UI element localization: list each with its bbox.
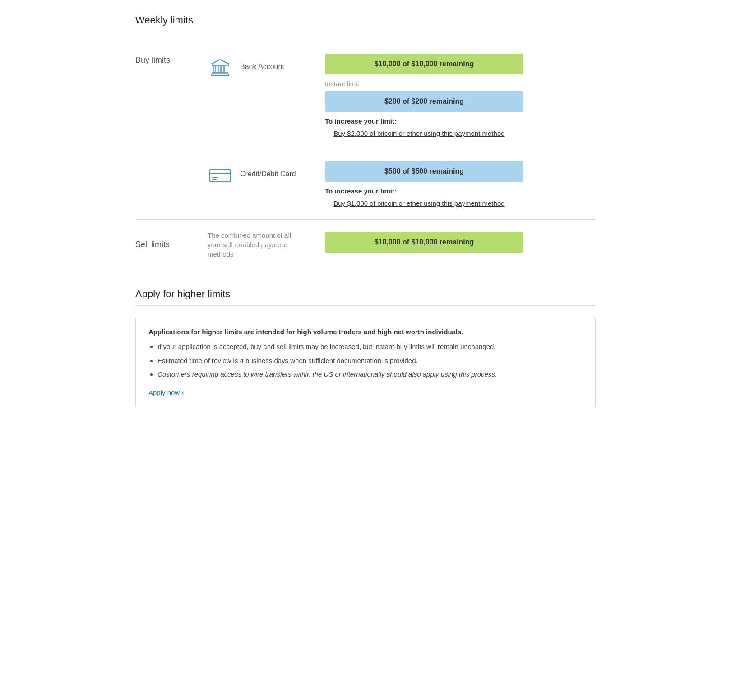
- bank-increase-title: To increase your limit:: [325, 117, 596, 125]
- apply-info-title: Applications for higher limits are inten…: [148, 328, 583, 336]
- buy-limits-card-row: Credit/Debit Card $500 of $500 remaining…: [135, 150, 596, 220]
- card-bar: $500 of $500 remaining: [325, 161, 523, 182]
- apply-section-title: Apply for higher limits: [135, 288, 596, 300]
- bank-account-icon: [208, 55, 233, 81]
- card-amounts: $500 of $500 remaining To increase your …: [307, 161, 596, 209]
- bank-instant-bar: $200 of $200 remaining: [325, 91, 523, 112]
- limits-section: Buy limits: [135, 43, 596, 270]
- apply-now-button[interactable]: Apply now ›: [148, 389, 184, 396]
- apply-bullet-2: Estimated time of review is 4 business d…: [157, 356, 583, 366]
- svg-rect-6: [212, 64, 228, 66]
- card-increase-prefix: —: [325, 199, 333, 207]
- apply-section: Apply for higher limits Applications for…: [135, 288, 596, 408]
- credit-debit-card-icon: [208, 163, 233, 188]
- sell-limits-description: The combined amount of all your sell-ena…: [208, 230, 307, 259]
- card-increase-title: To increase your limit:: [325, 187, 596, 195]
- apply-info-list: If your application is accepted, buy and…: [148, 342, 583, 380]
- bank-increase-prefix: —: [325, 129, 333, 137]
- card-increase-row: — Buy $1,000 of bitcoin or ether using t…: [325, 198, 596, 209]
- apply-bullet-3: Customers requiring access to wire trans…: [157, 369, 583, 380]
- bank-account-amounts: $10,000 of $10,000 remaining Instant lim…: [307, 54, 596, 139]
- instant-limit-label: Instant limit: [325, 80, 596, 88]
- buy-limits-label: Buy limits: [135, 54, 208, 65]
- bank-weekly-bar: $10,000 of $10,000 remaining: [325, 54, 523, 74]
- card-increase-link[interactable]: Buy $1,000 of bitcoin or ether using thi…: [333, 199, 504, 207]
- sell-limits-row: Sell limits The combined amount of all y…: [135, 220, 596, 270]
- svg-rect-5: [223, 66, 225, 72]
- apply-info-box: Applications for higher limits are inten…: [135, 317, 596, 408]
- svg-rect-3: [217, 66, 218, 72]
- credit-debit-name: Credit/Debit Card: [240, 163, 296, 178]
- svg-rect-0: [212, 74, 229, 76]
- svg-rect-2: [214, 66, 215, 72]
- svg-rect-4: [220, 66, 222, 72]
- weekly-limits-title: Weekly limits: [135, 14, 596, 26]
- buy-limits-bank-row: Buy limits: [135, 43, 596, 150]
- top-divider: [135, 32, 596, 32]
- card-payment: Credit/Debit Card: [208, 161, 307, 188]
- bank-increase-link[interactable]: Buy $2,000 of bitcoin or ether using thi…: [333, 129, 504, 137]
- sell-bar: $10,000 of $10,000 remaining: [325, 232, 523, 253]
- bank-increase-row: — Buy $2,000 of bitcoin or ether using t…: [325, 129, 596, 139]
- sell-limits-amount: $10,000 of $10,000 remaining: [307, 232, 596, 258]
- sell-limits-label: Sell limits: [135, 240, 208, 249]
- apply-bullet-1: If your application is accepted, buy and…: [157, 342, 583, 352]
- bank-account-payment: Bank Account: [208, 54, 307, 81]
- bank-account-name: Bank Account: [240, 55, 284, 71]
- apply-divider: [135, 305, 596, 306]
- buy-limits-card-label: [135, 161, 208, 163]
